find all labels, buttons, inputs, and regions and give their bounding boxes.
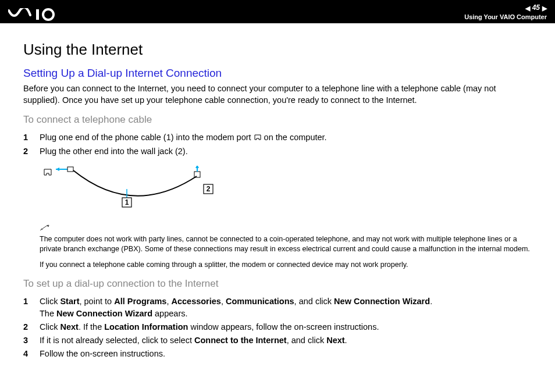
diagram-label-2: 2 — [207, 185, 211, 193]
subheading-connect-cable: To connect a telephone cable — [23, 114, 532, 126]
note-block: The computer does not work with party li… — [40, 223, 532, 270]
page-nav: ◀ 45 ▶ — [464, 3, 547, 13]
modem-port-icon — [254, 132, 262, 144]
note-icon — [40, 223, 532, 233]
note-text: If you connect a telephone cable coming … — [40, 260, 532, 270]
header-bar: ◀ 45 ▶ Using Your VAIO Computer — [0, 0, 555, 23]
page-number: 45 — [532, 3, 540, 13]
breadcrumb: Using Your VAIO Computer — [464, 13, 547, 21]
next-page-arrow[interactable]: ▶ — [542, 4, 547, 12]
subheading-dialup: To set up a dial-up connection to the In… — [23, 278, 532, 290]
step-item: Click Start, point to All Programs, Acce… — [23, 295, 532, 320]
page-content: Using the Internet Setting Up a Dial-up … — [0, 23, 555, 380]
cable-diagram: 1 2 — [40, 166, 532, 215]
page-title: Using the Internet — [23, 41, 532, 59]
step-item: Click Next. If the Location Information … — [23, 321, 532, 333]
step-item: Follow the on-screen instructions. — [23, 348, 532, 360]
step-item: Plug the other end into the wall jack (2… — [23, 145, 532, 158]
vaio-logo — [8, 8, 72, 21]
section-heading: Setting Up a Dial-up Internet Connection — [23, 67, 532, 80]
steps-dialup: Click Start, point to All Programs, Acce… — [23, 295, 532, 360]
svg-point-1 — [43, 9, 54, 20]
section-intro: Before you can connect to the Internet, … — [23, 83, 532, 106]
step-item: If it is not already selected, click to … — [23, 334, 532, 347]
diagram-label-1: 1 — [125, 198, 129, 206]
svg-rect-2 — [67, 167, 73, 172]
steps-connect-cable: Plug one end of the phone cable (1) into… — [23, 131, 532, 158]
svg-rect-0 — [36, 9, 39, 20]
prev-page-arrow[interactable]: ◀ — [525, 4, 530, 12]
note-text: The computer does not work with party li… — [40, 234, 532, 254]
step-item: Plug one end of the phone cable (1) into… — [23, 131, 532, 144]
header-right: ◀ 45 ▶ Using Your VAIO Computer — [464, 3, 547, 21]
